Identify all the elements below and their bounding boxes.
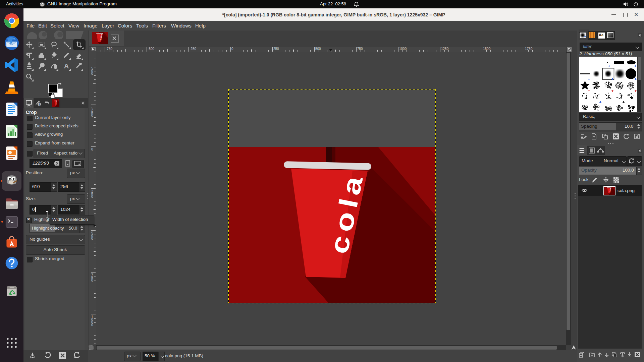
svg-text:i: i bbox=[39, 103, 40, 106]
svg-text:A: A bbox=[64, 62, 69, 70]
